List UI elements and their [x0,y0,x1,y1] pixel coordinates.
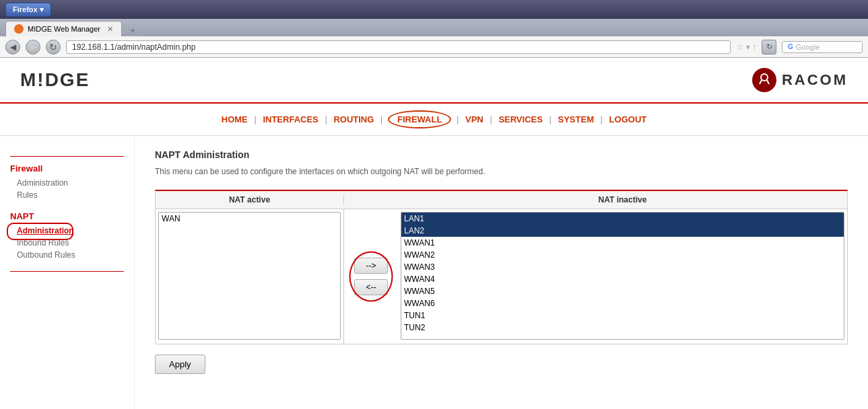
nat-inactive-listbox[interactable]: LAN1 LAN2 WWAN1 WWAN2 WWAN3 WWAN4 WWAN5 … [401,212,844,340]
nat-inactive-item-lan2[interactable]: LAN2 [401,225,844,237]
nav-sep-2: | [325,114,329,124]
apply-button[interactable]: Apply [155,355,205,374]
apply-area: Apply [155,344,848,384]
url-bar[interactable]: 192.168.1.1/admin/naptAdmin.php [66,40,731,54]
sidebar-napt-admin-wrapper: Administration [10,225,124,237]
page-header: M!DGE RACOM [0,58,868,104]
racom-icon [752,68,776,92]
nat-active-item-wan[interactable]: WAN [159,213,340,225]
main-content: NAPT Administration This menu can be use… [135,136,868,409]
tab-bar: MIDGE Web Manager ✕ + [0,19,868,36]
nat-active-area: WAN [156,209,344,344]
sidebar-item-napt-admin[interactable]: Administration [10,225,124,237]
move-right-button[interactable]: --> [354,258,388,274]
nav-sep-6: | [549,114,554,124]
tab-title: MIDGE Web Manager [28,25,100,33]
reload-button[interactable]: ↻ [46,40,61,54]
nav-routing[interactable]: ROUTING [331,114,376,124]
racom-text: RACOM [782,71,848,89]
sidebar-firewall-title: Firewall [10,163,124,174]
active-tab[interactable]: MIDGE Web Manager ✕ [5,21,122,36]
nav-logout[interactable]: LOGOUT [607,114,650,124]
nat-inactive-item-lan1[interactable]: LAN1 [401,213,844,225]
nat-inactive-item-wwan3[interactable]: WWAN3 [401,261,844,273]
forward-button[interactable]: ▶ [26,40,40,54]
svg-line-1 [760,80,762,84]
sidebar: Firewall Administration Rules NAPT Admin… [0,136,135,409]
nav-firewall[interactable]: FIREWALL [395,114,444,124]
nat-header-row: NAT active NAT inactive [156,191,847,209]
nav-interfaces[interactable]: INTERFACES [260,114,321,124]
nat-arrows-area: --> <-- [344,209,398,344]
firefox-button[interactable]: Firefox ▾ [5,3,51,17]
nat-inactive-item-wwan1[interactable]: WWAN1 [401,237,844,249]
reload-icon[interactable]: ↻ [762,40,776,54]
nat-inactive-item-wwan6[interactable]: WWAN6 [401,297,844,309]
nav-vpn[interactable]: VPN [463,114,486,124]
new-tab-button[interactable]: + [125,24,141,36]
nat-inactive-item-wwan5[interactable]: WWAN5 [401,285,844,297]
page-description: This menu can be used to configure the i… [155,167,848,176]
nat-inactive-item-wwan4[interactable]: WWAN4 [401,273,844,285]
nat-inactive-header: NAT inactive [398,195,847,204]
svg-line-2 [767,80,769,84]
nav-sep-5: | [490,114,494,124]
google-icon: G [788,43,793,50]
page-wrapper: M!DGE RACOM HOME | INTERFACES | ROUTING … [0,58,868,409]
nav-sep-4: | [457,114,461,124]
nat-active-header: NAT active [156,195,344,204]
sidebar-divider-bottom [10,271,124,272]
browser-chrome: Firefox ▾ MIDGE Web Manager ✕ + ◀ ▶ ↻ 19… [0,0,868,58]
tab-favicon [14,24,24,34]
nav-firewall-circle: FIREWALL [388,110,451,128]
nat-arrows-header [344,195,398,204]
main-nav: HOME | INTERFACES | ROUTING | FIREWALL |… [0,104,868,136]
sidebar-divider-top [10,156,124,157]
svg-point-0 [761,74,768,81]
bookmark-icons: ☆ ▾ ↑ [736,42,756,52]
sidebar-napt-title: NAPT [10,211,124,221]
sidebar-item-fw-rules[interactable]: Rules [10,189,124,201]
nav-home[interactable]: HOME [219,114,251,124]
browser-titlebar: Firefox ▾ [0,0,868,19]
back-button[interactable]: ◀ [5,40,20,54]
search-label: Google [796,43,820,51]
nat-inactive-item-tun2[interactable]: TUN2 [401,322,844,334]
move-left-button[interactable]: <-- [354,279,388,295]
nat-inactive-area: LAN1 LAN2 WWAN1 WWAN2 WWAN3 WWAN4 WWAN5 … [398,209,847,344]
nav-system[interactable]: SYSTEM [556,114,597,124]
midge-logo: M!DGE [20,69,90,91]
search-bar[interactable]: G Google [782,41,863,53]
nat-container: NAT active NAT inactive WAN --> <-- [155,190,848,344]
nav-sep-1: | [254,114,259,124]
nav-sep-3: | [380,114,385,124]
nat-inactive-item-wwan2[interactable]: WWAN2 [401,249,844,261]
racom-logo: RACOM [752,68,848,92]
sidebar-item-fw-admin[interactable]: Administration [10,177,124,189]
nat-inactive-item-tun1[interactable]: TUN1 [401,309,844,322]
nav-services[interactable]: SERVICES [496,114,545,124]
page-title: NAPT Administration [155,149,848,160]
nav-sep-7: | [601,114,605,124]
nat-active-listbox[interactable]: WAN [158,212,341,340]
tab-close[interactable]: ✕ [107,25,113,34]
sidebar-item-napt-outbound[interactable]: Outbound Rules [10,249,124,261]
nat-body: WAN --> <-- LAN1 LAN2 WWAN1 [156,209,847,344]
address-bar: ◀ ▶ ↻ 192.168.1.1/admin/naptAdmin.php ☆ … [0,36,868,58]
content-area: Firewall Administration Rules NAPT Admin… [0,136,868,409]
